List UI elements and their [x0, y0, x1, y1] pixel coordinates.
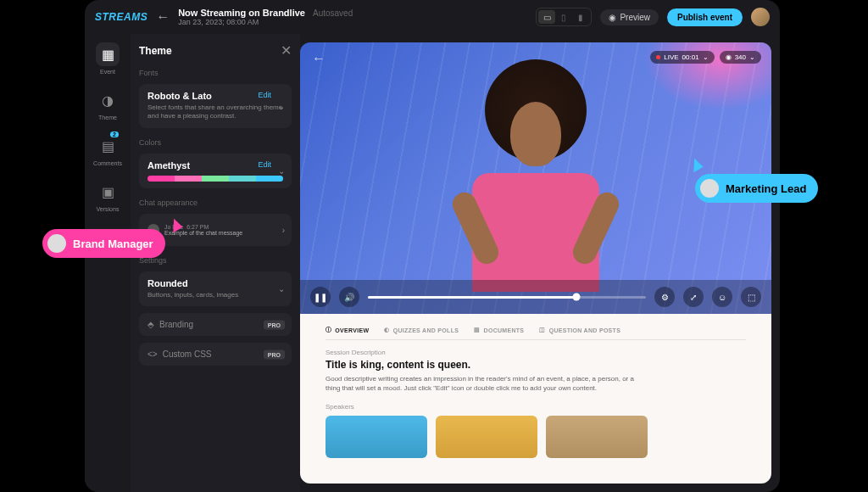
session-title: Title is king, content is queen. — [326, 359, 746, 371]
collaborator-badge: Marketing Lead — [695, 174, 818, 203]
rounded-card[interactable]: Rounded Buttons, inputs, cards, images ⌄ — [139, 271, 292, 306]
content-tabs: ⓘ OVERVIEW ◐ QUIZZES AND POLLS ▤ DOCUMEN… — [326, 326, 746, 340]
colors-card[interactable]: Amethyst Edit ⌄ — [139, 154, 292, 188]
settings-button[interactable]: ⚙ — [654, 287, 675, 307]
live-dot-icon — [656, 55, 660, 59]
autosaved-label: Autosaved — [313, 8, 353, 18]
content-area: ⓘ OVERVIEW ◐ QUIZZES AND POLLS ▤ DOCUMEN… — [300, 314, 771, 484]
video-back-icon[interactable]: ← — [312, 51, 326, 66]
chevron-down-icon: ⌄ — [278, 166, 285, 176]
rounded-title: Rounded — [147, 278, 283, 288]
user-avatar[interactable] — [751, 8, 770, 26]
document-icon: ▤ — [474, 327, 480, 333]
session-description-label: Session Description — [326, 349, 746, 356]
chat-appearance-label: Chat appearance — [139, 198, 292, 207]
color-swatches — [147, 176, 283, 182]
video-controls: ❚❚ 🔊 ⚙ ⤢ ☺ ⬚ — [300, 280, 771, 314]
rail-comments[interactable]: 2 ▤ Comments — [93, 134, 122, 166]
question-icon: ◫ — [539, 327, 545, 333]
poll-icon: ◐ — [384, 327, 389, 333]
tab-qa[interactable]: ◫ QUESTION AND POSTS — [539, 326, 620, 334]
swatch-1 — [147, 176, 175, 182]
collaborator-name: Brand Manager — [73, 238, 153, 250]
rail-event[interactable]: ▦ Event — [96, 42, 120, 75]
rail-theme[interactable]: ◑ Theme — [96, 88, 120, 120]
title-block: Now Streaming on Brandlive Autosaved Jan… — [178, 8, 527, 26]
chevron-down-icon: ⌄ — [749, 53, 755, 61]
body-row: ▦ Event ◑ Theme 2 ▤ Comments ▣ Versions … — [85, 34, 780, 492]
preview-label: Preview — [620, 13, 650, 22]
speaker-card[interactable] — [436, 416, 537, 458]
chevron-right-icon: › — [282, 225, 285, 234]
swatch-4 — [229, 176, 256, 182]
live-time: 00:01 — [682, 53, 699, 61]
logo: STREAMS — [95, 11, 147, 23]
left-rail: ▦ Event ◑ Theme 2 ▤ Comments ▣ Versions — [85, 34, 131, 492]
device-desktop-icon[interactable]: ▭ — [538, 10, 555, 24]
progress-fill — [368, 296, 576, 299]
colors-edit-link[interactable]: Edit — [258, 160, 271, 169]
chevron-down-icon: ⌄ — [703, 53, 709, 61]
code-icon: <> — [147, 349, 158, 359]
viewers-pill: ◉ 340 ⌄ — [720, 51, 761, 64]
fonts-section-label: Fonts — [139, 69, 292, 77]
device-mobile-icon[interactable]: ▮ — [572, 10, 589, 24]
tab-quizzes-label: QUIZZES AND POLLS — [393, 327, 459, 333]
device-tablet-icon[interactable]: ▯ — [555, 10, 572, 24]
theme-panel: Theme ✕ Fonts Roboto & Lato Edit Select … — [131, 34, 300, 492]
session-body: Good descriptive writing creates an impr… — [326, 374, 648, 393]
event-title-text: Now Streaming on Brandlive — [178, 8, 305, 18]
app-frame: STREAMS ← Now Streaming on Brandlive Aut… — [85, 0, 780, 492]
custom-css-card[interactable]: <> Custom CSS PRO — [139, 343, 292, 366]
pro-badge: PRO — [264, 349, 285, 359]
top-bar: STREAMS ← Now Streaming on Brandlive Aut… — [85, 0, 780, 34]
panel-title: Theme — [139, 45, 172, 57]
publish-button[interactable]: Publish event — [667, 8, 743, 26]
progress-bar[interactable] — [368, 296, 646, 299]
speakers-label: Speakers — [326, 403, 746, 411]
fonts-card[interactable]: Roboto & Lato Edit Select fonts that sha… — [139, 84, 292, 128]
event-datetime: Jan 23, 2023; 08:00 AM — [178, 18, 527, 26]
tab-documents[interactable]: ▤ DOCUMENTS — [474, 326, 524, 334]
calendar-icon: ▦ — [96, 42, 120, 66]
close-icon[interactable]: ✕ — [281, 42, 292, 59]
collaborator-avatar-icon — [700, 179, 719, 198]
collaborator-cursor-marketing-lead: Marketing Lead — [695, 174, 818, 203]
tab-quizzes[interactable]: ◐ QUIZZES AND POLLS — [384, 326, 459, 334]
volume-button[interactable]: 🔊 — [339, 287, 359, 307]
collaborator-avatar-icon — [47, 234, 66, 253]
collaborator-cursor-brand-manager: Brand Manager — [42, 229, 165, 258]
info-icon: ⓘ — [326, 326, 331, 334]
rail-comments-label: Comments — [93, 160, 122, 166]
tab-qa-label: QUESTION AND POSTS — [549, 327, 620, 333]
tab-overview[interactable]: ⓘ OVERVIEW — [326, 326, 369, 334]
speakers-row — [326, 416, 746, 458]
rail-versions[interactable]: ▣ Versions — [96, 180, 120, 212]
viewer-count: 340 — [735, 53, 746, 61]
fonts-edit-link[interactable]: Edit — [258, 91, 271, 99]
panel-header: Theme ✕ — [139, 42, 292, 59]
pause-button[interactable]: ❚❚ — [310, 287, 331, 307]
collaborator-name: Marketing Lead — [726, 182, 806, 195]
camera-off-button[interactable]: ⬚ — [741, 287, 761, 307]
speaker-card[interactable] — [326, 416, 427, 458]
eye-icon: ◉ — [609, 13, 616, 22]
rail-theme-label: Theme — [98, 115, 117, 120]
comment-icon: ▤ — [96, 134, 120, 158]
progress-knob[interactable] — [573, 294, 581, 301]
back-arrow-icon[interactable]: ← — [156, 9, 170, 25]
rail-versions-label: Versions — [97, 206, 120, 212]
live-pill: LIVE 00:01 ⌄ — [650, 51, 714, 64]
rounded-desc: Buttons, inputs, cards, images — [147, 291, 283, 299]
preview-button[interactable]: ◉ Preview — [600, 9, 659, 25]
live-status-group: LIVE 00:01 ⌄ ◉ 340 ⌄ — [650, 51, 761, 64]
swatch-3 — [202, 176, 229, 182]
collaborator-badge: Brand Manager — [42, 229, 165, 258]
tag-icon: ⬘ — [147, 320, 154, 329]
speaker-card[interactable] — [546, 416, 648, 458]
fullscreen-button[interactable]: ⤢ — [683, 287, 704, 307]
branding-label: Branding — [159, 320, 193, 329]
chat-time: 6:27 PM — [186, 224, 209, 230]
reaction-button[interactable]: ☺ — [712, 287, 732, 307]
branding-card[interactable]: ⬘ Branding PRO — [139, 313, 292, 336]
